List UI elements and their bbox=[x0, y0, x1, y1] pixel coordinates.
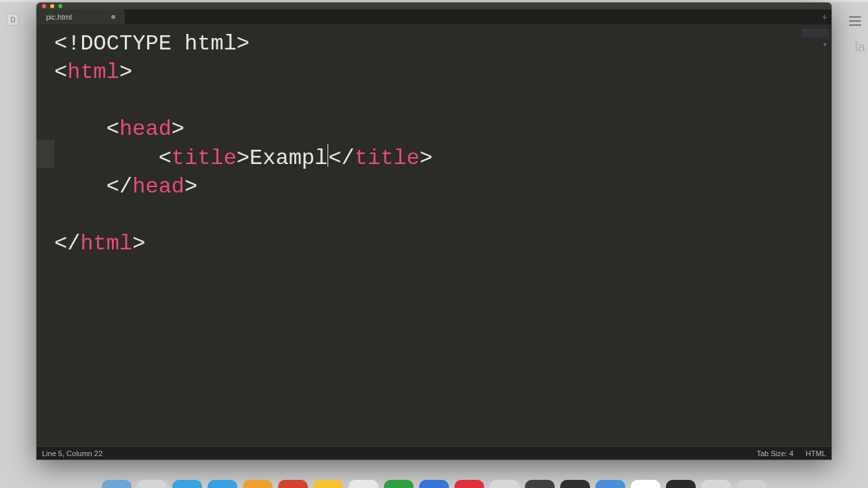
background-peek-text: la bbox=[854, 39, 865, 55]
dock-app-icon[interactable] bbox=[595, 480, 625, 488]
code-tag: head bbox=[119, 117, 172, 142]
dock-app-icon[interactable] bbox=[666, 480, 696, 488]
dock-app-icon[interactable] bbox=[278, 480, 308, 488]
active-line-gutter bbox=[37, 140, 54, 168]
editor-window: pic.html + <!DOCTYPE html><html> <head> … bbox=[37, 3, 831, 460]
minimap[interactable] bbox=[799, 24, 831, 446]
status-tabsize[interactable]: Tab Size: 4 bbox=[757, 449, 793, 458]
dock-app-icon[interactable] bbox=[701, 480, 731, 488]
minimap-viewport[interactable] bbox=[802, 28, 829, 38]
code-tag: html bbox=[67, 60, 119, 85]
code-editor[interactable]: <!DOCTYPE html><html> <head> <title>Exam… bbox=[54, 24, 799, 446]
dock-app-icon[interactable] bbox=[490, 480, 519, 488]
dock-app-icon[interactable] bbox=[560, 480, 590, 488]
dock-app-icon[interactable] bbox=[102, 480, 132, 488]
code-tag: head bbox=[132, 174, 184, 199]
dock-app-icon[interactable] bbox=[384, 480, 414, 488]
minimize-icon[interactable] bbox=[50, 4, 54, 8]
dock-app-icon[interactable] bbox=[525, 480, 555, 488]
code-tag: html bbox=[80, 231, 132, 256]
code-tag: title bbox=[172, 146, 237, 171]
tab-filename: pic.html bbox=[46, 13, 72, 21]
window-titlebar[interactable] bbox=[37, 3, 831, 9]
status-position[interactable]: Line 5, Column 22 bbox=[42, 449, 102, 458]
new-tab-button[interactable]: + bbox=[818, 9, 831, 24]
maximize-icon[interactable] bbox=[58, 4, 62, 8]
dock-app-icon[interactable] bbox=[349, 480, 378, 488]
dock[interactable] bbox=[0, 480, 868, 488]
dock-app-icon[interactable] bbox=[419, 480, 449, 488]
gutter bbox=[37, 24, 54, 446]
tab-bar: pic.html + bbox=[37, 9, 831, 24]
dock-app-icon[interactable] bbox=[137, 480, 167, 488]
editor-body: <!DOCTYPE html><html> <head> <title>Exam… bbox=[37, 24, 831, 446]
dock-app-icon[interactable] bbox=[631, 480, 660, 488]
tab-overflow-button[interactable]: ▾ bbox=[818, 39, 831, 49]
dirty-indicator-icon bbox=[111, 15, 115, 19]
dock-app-icon[interactable] bbox=[313, 480, 343, 488]
code-text: <!DOCTYPE html> bbox=[54, 31, 250, 56]
dock-app-icon[interactable] bbox=[454, 480, 484, 488]
status-syntax[interactable]: HTML bbox=[806, 449, 826, 458]
background-toolbar-button[interactable]: D bbox=[7, 14, 19, 26]
code-text: Exampl bbox=[250, 146, 328, 171]
status-bar: Line 5, Column 22 Tab Size: 4 HTML bbox=[37, 446, 831, 460]
close-icon[interactable] bbox=[42, 4, 46, 8]
dock-app-icon[interactable] bbox=[208, 480, 237, 488]
dock-app-icon[interactable] bbox=[736, 480, 766, 488]
tab-file[interactable]: pic.html bbox=[37, 9, 125, 24]
hamburger-icon[interactable] bbox=[849, 16, 861, 26]
dock-app-icon[interactable] bbox=[172, 480, 202, 488]
dock-app-icon[interactable] bbox=[243, 480, 273, 488]
code-tag: title bbox=[355, 146, 420, 171]
